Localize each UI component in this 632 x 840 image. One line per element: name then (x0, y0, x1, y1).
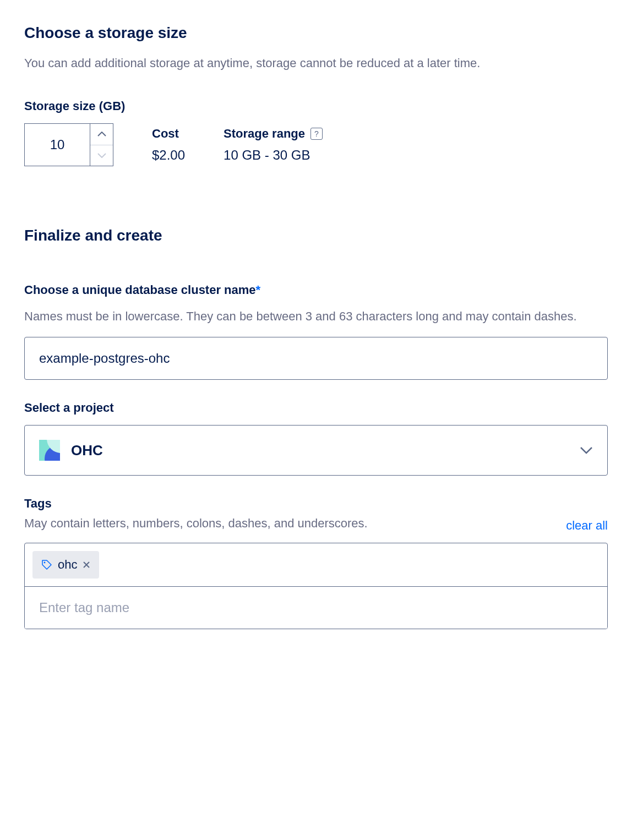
cluster-name-desc: Names must be in lowercase. They can be … (24, 307, 608, 326)
stepper-buttons (90, 124, 113, 166)
storage-size-label: Storage size (GB) (24, 99, 608, 113)
stepper-increment-button[interactable] (90, 124, 113, 145)
storage-size-stepper (24, 123, 113, 166)
close-icon (83, 561, 90, 569)
tag-remove-button[interactable] (83, 561, 90, 569)
storage-size-input[interactable] (25, 124, 90, 166)
svg-point-0 (44, 562, 46, 564)
tag-pill: ohc (32, 551, 99, 579)
project-label: Select a project (24, 401, 608, 415)
project-selected-label: OHC (71, 442, 103, 459)
cost-column: Cost $2.00 (152, 127, 185, 163)
storage-heading: Choose a storage size (24, 24, 608, 42)
cluster-name-label-text: Choose a unique database cluster name (24, 283, 256, 297)
tag-name-input[interactable] (25, 587, 607, 629)
chevron-down-icon (97, 152, 106, 158)
clear-all-tags-button[interactable]: clear all (566, 519, 608, 533)
storage-range-value: 10 GB - 30 GB (224, 148, 323, 163)
project-select[interactable]: OHC (24, 425, 608, 476)
cost-label: Cost (152, 127, 185, 141)
finalize-heading: Finalize and create (24, 227, 608, 244)
help-icon[interactable]: ? (310, 128, 323, 140)
tag-label: ohc (58, 558, 77, 572)
tags-group: Tags May contain letters, numbers, colon… (24, 497, 608, 629)
tags-box: ohc (24, 543, 608, 629)
tags-input-row (25, 587, 607, 629)
tags-pills-area[interactable]: ohc (25, 543, 607, 587)
project-icon (39, 440, 60, 461)
cluster-name-input[interactable] (24, 337, 608, 380)
tag-icon (41, 559, 52, 570)
storage-range-label-text: Storage range (224, 127, 305, 141)
storage-range-label: Storage range ? (224, 127, 323, 141)
cluster-name-group: Choose a unique database cluster name* N… (24, 283, 608, 380)
storage-range-column: Storage range ? 10 GB - 30 GB (224, 127, 323, 163)
required-indicator: * (256, 283, 261, 297)
cluster-name-label: Choose a unique database cluster name* (24, 283, 608, 297)
tags-label: Tags (24, 497, 566, 511)
stepper-decrement-button[interactable] (90, 145, 113, 166)
storage-description: You can add additional storage at anytim… (24, 54, 509, 73)
cost-value: $2.00 (152, 148, 185, 163)
storage-controls-row: Cost $2.00 Storage range ? 10 GB - 30 GB (24, 123, 608, 166)
chevron-down-icon (580, 446, 593, 454)
project-select-left: OHC (39, 440, 103, 461)
tags-header: Tags May contain letters, numbers, colon… (24, 497, 608, 533)
tags-desc: May contain letters, numbers, colons, da… (24, 514, 566, 533)
project-group: Select a project OHC (24, 401, 608, 476)
chevron-up-icon (97, 132, 106, 137)
